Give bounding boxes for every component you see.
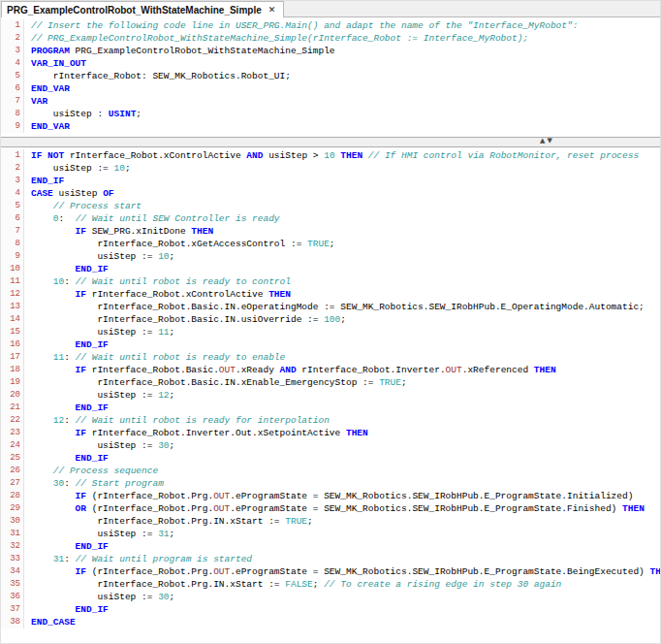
line-number: 9 [1,250,24,263]
code-line[interactable]: 7VAR [1,95,660,108]
code-line[interactable]: 16 END_IF [1,338,660,351]
code-text: IF rInterface_Robot.Basic.OUT.xReady AND… [24,364,556,376]
code-line[interactable]: 6 0: // Wait until SEW Controller is rea… [1,212,660,225]
code-text: VAR [24,95,47,108]
code-line[interactable]: 5 rInterface_Robot: SEW_MK_Robotics.Robo… [1,70,660,82]
line-number: 11 [1,275,24,288]
code-text: END_CASE [24,616,76,628]
line-number: 2 [1,162,24,175]
code-line[interactable]: 37 END_IF [1,603,660,616]
code-text: usiStep := 30; [24,439,174,452]
code-line[interactable]: 3PROGRAM PRG_ExampleControlRobot_WithSta… [1,45,660,57]
line-number: 7 [1,95,24,108]
code-line[interactable]: 6END_VAR [1,82,660,95]
code-line[interactable]: 28 IF (rInterface_Robot.Prg.OUT.eProgram… [1,490,660,502]
line-number: 18 [1,364,24,376]
code-text: 12: // Wait until robot is ready for int… [24,414,330,427]
code-line[interactable]: 12 IF rInterface_Robot.xControlActive TH… [1,288,660,301]
declaration-editor[interactable]: 1// Insert the following code line in US… [1,17,660,137]
close-icon[interactable]: ✕ [268,6,276,15]
line-number: 16 [1,338,24,351]
implementation-editor[interactable]: 1IF NOT rInterface_Robot.xControlActive … [1,147,660,643]
code-line[interactable]: 23 IF rInterface_Robot.Inverter.Out.xSet… [1,427,660,439]
code-line[interactable]: 15 usiStep := 11; [1,326,660,338]
code-text: 30: // Start program [24,477,164,490]
code-line[interactable]: 38END_CASE [1,616,660,628]
code-line[interactable]: 31 usiStep := 31; [1,528,660,540]
pane-splitter[interactable]: ▲ ▼ [1,137,660,147]
code-text: usiStep := 10; [24,162,131,175]
line-number: 30 [1,515,24,528]
line-number: 5 [1,200,24,212]
code-line[interactable]: 21 END_IF [1,402,660,414]
line-number: 38 [1,616,24,628]
code-line[interactable]: 7 IF SEW_PRG.xInitDone THEN [1,225,660,238]
code-line[interactable]: 11 10: // Wait until robot is ready to c… [1,275,660,288]
code-line[interactable]: 14 rInterface_Robot.Basic.IN.usiOverride… [1,313,660,326]
code-line[interactable]: 27 30: // Start program [1,477,660,490]
tab-bar: PRG_ExampleControlRobot_WithStateMachine… [1,1,660,17]
code-text: IF rInterface_Robot.Inverter.Out.xSetpoi… [24,427,368,439]
code-text: END_IF [24,603,109,616]
code-line[interactable]: 25 END_IF [1,452,660,465]
code-line[interactable]: 20 usiStep := 12; [1,389,660,402]
code-line[interactable]: 2// PRG_ExampleControlRobot_WithStateMac… [1,32,660,45]
line-number: 4 [1,57,24,70]
line-number: 10 [1,263,24,275]
line-number: 1 [1,149,24,162]
code-line[interactable]: 2 usiStep := 10; [1,162,660,175]
code-text: VAR_IN_OUT [24,57,86,70]
code-line[interactable]: 4CASE usiStep OF [1,187,660,200]
code-text: rInterface_Robot: SEW_MK_Robotics.Robot_… [24,70,291,82]
line-number: 37 [1,603,24,616]
code-line[interactable]: 8 usiStep : USINT; [1,108,660,120]
line-number: 4 [1,187,24,200]
code-text: IF SEW_PRG.xInitDone THEN [24,225,213,238]
code-line[interactable]: 19 rInterface_Robot.Basic.IN.xEnable_Eme… [1,376,660,389]
splitter-up-icon[interactable]: ▲ [540,137,545,145]
code-line[interactable]: 22 12: // Wait until robot is ready for … [1,414,660,427]
code-line[interactable]: 4VAR_IN_OUT [1,57,660,70]
code-line[interactable]: 29 OR (rInterface_Robot.Prg.OUT.eProgram… [1,502,660,515]
code-text: usiStep := 30; [24,591,174,603]
line-number: 6 [1,82,24,95]
code-line[interactable]: 36 usiStep := 30; [1,591,660,603]
line-number: 14 [1,313,24,326]
code-line[interactable]: 8 rInterface_Robot.xGetAccessControl := … [1,238,660,250]
line-number: 8 [1,238,24,250]
line-number: 31 [1,528,24,540]
line-number: 3 [1,45,24,57]
code-line[interactable]: 32 END_IF [1,540,660,553]
code-text: rInterface_Robot.Basic.IN.xEnable_Emerge… [24,376,407,389]
code-text: usiStep := 12; [24,389,174,402]
code-line[interactable]: 17 11: // Wait until robot is ready to e… [1,351,660,364]
code-line[interactable]: 33 31: // Wait until program is started [1,553,660,565]
code-line[interactable]: 26 // Process sequence [1,465,660,477]
code-line[interactable]: 24 usiStep := 30; [1,439,660,452]
code-text: END_IF [24,175,64,187]
splitter-down-icon[interactable]: ▼ [547,137,551,145]
code-text: usiStep := 31; [24,528,174,540]
code-text: // Process sequence [24,465,158,477]
code-text: 31: // Wait until program is started [24,553,252,565]
code-line[interactable]: 1IF NOT rInterface_Robot.xControlActive … [1,149,660,162]
code-line[interactable]: 30 rInterface_Robot.Prg.IN.xStart := TRU… [1,515,660,528]
splitter-arrows: ▲ ▼ [540,137,552,145]
code-editor-window: PRG_ExampleControlRobot_WithStateMachine… [0,0,661,644]
line-number: 6 [1,212,24,225]
code-line[interactable]: 35 rInterface_Robot.Prg.IN.xStart := FAL… [1,578,660,591]
code-line[interactable]: 34 IF (rInterface_Robot.Prg.OUT.eProgram… [1,565,660,578]
code-line[interactable]: 1// Insert the following code line in US… [1,19,660,32]
code-line[interactable]: 3END_IF [1,175,660,187]
code-line[interactable]: 13 rInterface_Robot.Basic.IN.eOperatingM… [1,301,660,313]
code-line[interactable]: 9END_VAR [1,120,660,133]
line-number: 19 [1,376,24,389]
code-line[interactable]: 18 IF rInterface_Robot.Basic.OUT.xReady … [1,364,660,376]
code-line[interactable]: 9 usiStep := 10; [1,250,660,263]
line-number: 22 [1,414,24,427]
line-number: 1 [1,19,24,32]
tab-prg-example-control-robot[interactable]: PRG_ExampleControlRobot_WithStateMachine… [1,1,284,17]
code-line[interactable]: 10 END_IF [1,263,660,275]
code-line[interactable]: 5 // Process start [1,200,660,212]
line-number: 29 [1,502,24,515]
